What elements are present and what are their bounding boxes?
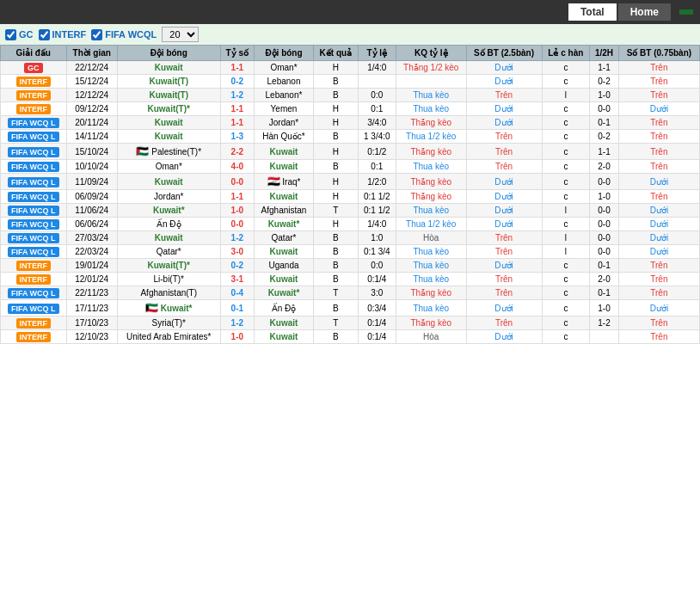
col-kq-ty-le: KQ tỷ lệ	[396, 46, 466, 61]
sobt25-cell: Trên	[466, 245, 542, 259]
sobt075-cell: Trên	[618, 144, 699, 160]
filter-interf[interactable]: INTERF	[39, 29, 87, 40]
half-cell: 0-0	[590, 245, 619, 259]
table-row: INTERF 09/12/24 Kuwait(T)* 1-1 Yemen H 0…	[1, 102, 700, 116]
ratio-cell	[358, 75, 396, 89]
ratio-cell: 1:0	[358, 231, 396, 245]
date-cell: 22/12/24	[66, 61, 117, 75]
table-row: INTERF 19/01/24 Kuwait(T)* 0-2 Uganda B …	[1, 259, 700, 273]
date-cell: 06/06/24	[66, 218, 117, 231]
team1-cell: Kuwait	[117, 61, 220, 75]
lec-cell: l	[542, 89, 590, 102]
lec-cell: c	[542, 75, 590, 89]
sobt25-cell: Dưới	[466, 300, 542, 316]
table-row: FIFA WCQ L 17/11/23 🇰🇼 Kuwait* 0-1 Ấn Độ…	[1, 300, 700, 316]
result-cell: B	[313, 300, 358, 316]
date-cell: 27/03/24	[66, 231, 117, 245]
cat-cell: FIFA WCQ L	[1, 231, 67, 245]
score-cell: 0-0	[220, 174, 254, 190]
filter-fifa[interactable]: FIFA WCQL	[91, 29, 157, 40]
kq-cell: Thua kèo	[396, 89, 466, 102]
team2-cell: 🇮🇶 Iraq*	[255, 174, 314, 190]
show-note-button[interactable]	[679, 9, 693, 15]
sobt075-cell: Trên	[618, 75, 699, 89]
table-row: INTERF 17/10/23 Syria(T)* 1-2 Kuwait T 0…	[1, 316, 700, 330]
half-cell: 1-1	[590, 144, 619, 160]
lec-cell: c	[542, 61, 590, 75]
half-cell: 0-0	[590, 102, 619, 116]
score-cell: 0-2	[220, 259, 254, 273]
lec-cell: c	[542, 330, 590, 344]
sobt075-cell: Trên	[618, 316, 699, 330]
sobt075-cell: Trên	[618, 89, 699, 102]
ratio-cell: 1/2:0	[358, 174, 396, 190]
table-row: FIFA WCQ L 22/11/23 Afghanistan(T) 0-4 K…	[1, 286, 700, 300]
lec-cell: c	[542, 273, 590, 286]
cat-cell: FIFA WCQ L	[1, 174, 67, 190]
col-doi-bong-2: Đội bóng	[255, 46, 314, 61]
lec-cell: c	[542, 160, 590, 174]
team2-cell: Kuwait	[255, 160, 314, 174]
cat-cell: INTERF	[1, 330, 67, 344]
col-sobt-075: Số BT (0.75bàn)	[618, 46, 699, 61]
half-cell: 0-0	[590, 218, 619, 231]
lec-cell: c	[542, 102, 590, 116]
lec-cell: c	[542, 218, 590, 231]
result-cell: B	[313, 273, 358, 286]
ratio-cell: 1 3/4:0	[358, 130, 396, 144]
kq-cell: Thua kèo	[396, 245, 466, 259]
team1-cell: Afghanistan(T)	[117, 286, 220, 300]
team2-cell: Kuwait*	[255, 286, 314, 300]
table-wrap: Giải đấu Thời gian Đội bóng Tỷ số Đội bó…	[0, 45, 700, 344]
ratio-cell: 0:1/4	[358, 330, 396, 344]
lec-cell: c	[542, 144, 590, 160]
team2-cell: Ấn Độ	[255, 300, 314, 316]
ratio-cell: 1/4:0	[358, 61, 396, 75]
team1-cell: Jordan*	[117, 190, 220, 204]
kq-cell: Hòa	[396, 231, 466, 245]
col-doi-bong-1: Đội bóng	[117, 46, 220, 61]
half-cell: 0-1	[590, 116, 619, 130]
sobt25-cell: Dưới	[466, 330, 542, 344]
ratio-cell: 3:0	[358, 286, 396, 300]
date-cell: 12/10/23	[66, 330, 117, 344]
result-cell: B	[313, 89, 358, 102]
col-sobt-25: Số BT (2.5bàn)	[466, 46, 542, 61]
half-cell: 2-0	[590, 273, 619, 286]
sobt25-cell: Dưới	[466, 204, 542, 218]
cat-cell: FIFA WCQ L	[1, 190, 67, 204]
half-cell: 1-1	[590, 61, 619, 75]
count-select[interactable]: 201030	[162, 27, 199, 42]
result-cell: T	[313, 204, 358, 218]
table-row: FIFA WCQ L 06/06/24 Ấn Độ 0-0 Kuwait* H …	[1, 218, 700, 231]
sobt25-cell: Trên	[466, 231, 542, 245]
date-cell: 12/01/24	[66, 273, 117, 286]
tab-total[interactable]: Total	[568, 3, 617, 21]
result-cell: B	[313, 231, 358, 245]
result-cell: H	[313, 190, 358, 204]
result-cell: B	[313, 330, 358, 344]
cat-cell: GC	[1, 61, 67, 75]
score-cell: 1-0	[220, 330, 254, 344]
table-row: INTERF 15/12/24 Kuwait(T) 0-2 Lebanon B …	[1, 75, 700, 89]
cat-cell: INTERF	[1, 89, 67, 102]
cat-cell: FIFA WCQ L	[1, 245, 67, 259]
ratio-cell: 0:0	[358, 89, 396, 102]
filter-gc[interactable]: GC	[5, 29, 34, 40]
date-cell: 20/11/24	[66, 116, 117, 130]
kq-cell: Thắng kèo	[396, 174, 466, 190]
lec-cell: c	[542, 116, 590, 130]
lec-cell: c	[542, 286, 590, 300]
table-header: Giải đấu Thời gian Đội bóng Tỷ số Đội bó…	[1, 46, 700, 61]
tab-home[interactable]: Home	[618, 3, 671, 21]
score-cell: 1-1	[220, 102, 254, 116]
sobt25-cell: Dưới	[466, 61, 542, 75]
tab-group: Total Home	[568, 3, 671, 21]
kq-cell: Thua 1/2 kèo	[396, 130, 466, 144]
half-cell: 0-2	[590, 130, 619, 144]
ratio-cell: 0:1/4	[358, 273, 396, 286]
score-cell: 1-2	[220, 231, 254, 245]
col-ty-so: Tỷ số	[220, 46, 254, 61]
table-row: INTERF 12/12/24 Kuwait(T) 1-2 Lebanon* B…	[1, 89, 700, 102]
table-row: FIFA WCQ L 15/10/24 🇵🇸 Palestine(T)* 2-2…	[1, 144, 700, 160]
